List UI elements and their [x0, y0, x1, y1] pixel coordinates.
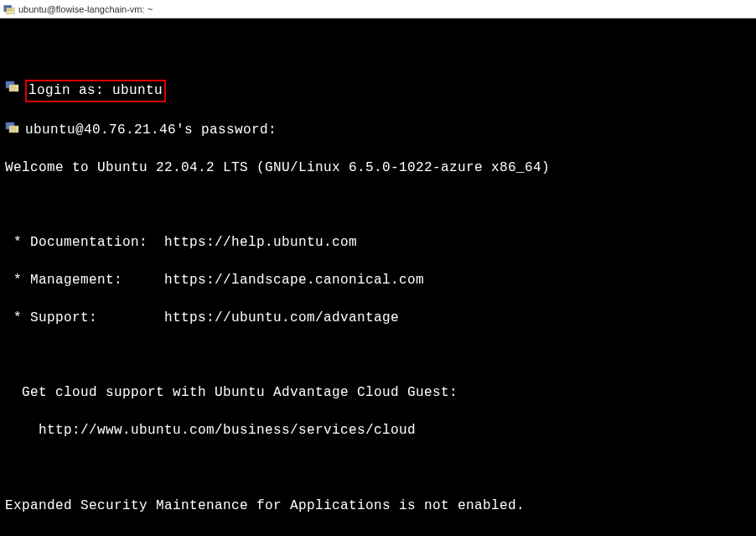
password-prompt: ubuntu@40.76.21.46's password: — [25, 121, 277, 139]
documentation-line: * Documentation: https://help.ubuntu.com — [5, 233, 751, 252]
support-line: * Support: https://ubuntu.com/advantage — [5, 309, 751, 327]
cloud-support-line-1: Get cloud support with Ubuntu Advantage … — [5, 383, 751, 402]
cloud-support-line-2: http://www.ubuntu.com/business/services/… — [5, 421, 751, 440]
blank-line — [5, 196, 751, 215]
terminal-viewport[interactable]: login as: ubuntu ubuntu@40.76.21.46's pa… — [0, 18, 756, 536]
putty-session-icon — [5, 121, 20, 134]
putty-session-icon — [5, 80, 20, 93]
esm-notice-line: Expanded Security Maintenance for Applic… — [5, 497, 751, 515]
putty-app-icon — [3, 3, 15, 15]
blank-line — [5, 459, 751, 477]
login-highlight-box: login as: ubuntu — [25, 80, 166, 101]
window-title-bar[interactable]: ubuntu@flowise-langchain-vm: ~ — [0, 0, 756, 18]
login-prompt: login as: ubuntu — [28, 83, 163, 98]
management-line: * Management: https://landscape.canonica… — [5, 271, 751, 289]
window-title: ubuntu@flowise-langchain-vm: ~ — [18, 4, 153, 14]
welcome-line: Welcome to Ubuntu 22.04.2 LTS (GNU/Linux… — [5, 159, 751, 177]
blank-line — [5, 346, 751, 365]
